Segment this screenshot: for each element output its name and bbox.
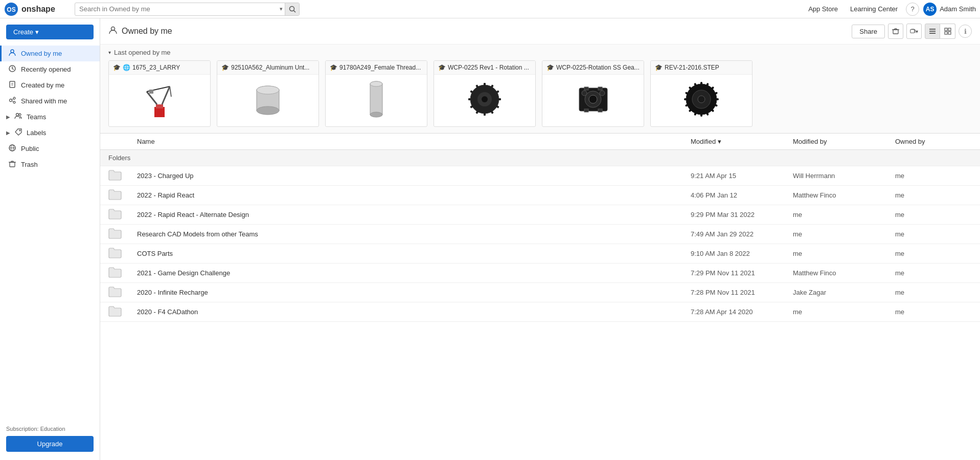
recent-card-body-4: [542, 75, 644, 124]
sidebar-label-created: Created by me: [21, 81, 64, 89]
sidebar-label-teams: Teams: [27, 113, 46, 121]
grid-view-icon: [944, 28, 951, 35]
recent-section-label: Last opened by me: [114, 49, 171, 56]
header-actions: Share ▾: [852, 24, 972, 39]
folder-modified-6: 7:28 PM Nov 11 2021: [691, 289, 793, 296]
table-row[interactable]: 2022 - Rapid React - Alternate Design 9:…: [100, 205, 980, 225]
search-bar[interactable]: ▾: [75, 3, 300, 16]
model-cylinder-icon: [247, 79, 288, 120]
user-menu[interactable]: AS Adam Smith: [923, 3, 976, 16]
table-row[interactable]: 2020 - Infinite Recharge 7:28 PM Nov 11 …: [100, 283, 980, 302]
recent-card-4[interactable]: 🎓 WCP-0225-Rotation SS Gea...: [542, 60, 644, 127]
svg-rect-60: [496, 98, 501, 100]
header-modified-col[interactable]: Modified ▾: [691, 138, 793, 145]
svg-point-53: [370, 81, 382, 86]
grid-view-button[interactable]: [940, 24, 955, 39]
svg-rect-81: [700, 82, 702, 86]
folder-modified-by-5: Matthew Finco: [793, 269, 895, 277]
recent-card-header-3: 🎓 WCP-0225 Rev1 - Rotation ...: [434, 61, 535, 75]
svg-point-56: [482, 96, 488, 102]
recent-card-name-4: WCP-0225-Rotation SS Gea...: [556, 64, 640, 71]
globe-icon: [8, 144, 17, 154]
folder-modified-by-2: me: [793, 211, 895, 218]
folder-icon-col: [108, 267, 137, 279]
recent-card-body-0: [109, 75, 210, 124]
recent-card-header-4: 🎓 WCP-0225-Rotation SS Gea...: [542, 61, 644, 75]
model-sprocket-icon: [680, 78, 723, 121]
svg-point-76: [582, 91, 587, 96]
svg-point-14: [16, 114, 19, 116]
folder-modified-by-6: Jake Zagar: [793, 289, 895, 296]
model-gearbox-icon: [572, 78, 615, 121]
svg-rect-75: [598, 109, 602, 112]
svg-rect-36: [948, 28, 951, 31]
app-store-link[interactable]: App Store: [804, 5, 842, 13]
sidebar-item-created-by-me[interactable]: Created by me: [0, 77, 100, 93]
recent-card-0[interactable]: 🎓 🌐 1675_23_LARRY: [108, 60, 211, 127]
grad-badge-5: 🎓: [655, 64, 663, 71]
recent-card-5[interactable]: 🎓 REV-21-2016.STEP: [650, 60, 753, 127]
view-toggle: [925, 24, 955, 39]
folder-modified-3: 7:49 AM Jan 29 2022: [691, 230, 793, 238]
search-submit-button[interactable]: [285, 3, 299, 15]
labels-icon: [14, 128, 22, 138]
sidebar-item-public[interactable]: Public: [0, 141, 100, 157]
recent-card-1[interactable]: 🎓 92510A562_Aluminum Unt...: [217, 60, 319, 127]
search-input[interactable]: [75, 5, 278, 13]
folder-icon-col: [108, 228, 137, 240]
svg-rect-63: [484, 111, 486, 116]
folder-icon: [108, 208, 122, 220]
folder-icon-col: [108, 208, 137, 221]
table-row[interactable]: Research CAD Models from other Teams 7:4…: [100, 225, 980, 244]
list-view-button[interactable]: [925, 24, 940, 39]
share-button[interactable]: Share: [852, 25, 885, 38]
delete-button[interactable]: [888, 24, 903, 39]
folder-owned-by-3: me: [895, 230, 972, 238]
folder-icon-col: [108, 189, 137, 202]
sidebar-item-owned-by-me[interactable]: Owned by me: [0, 46, 100, 61]
folder-icon-col: [108, 169, 137, 182]
table-row[interactable]: 2020 - F4 CADathon 7:28 AM Apr 14 2020 m…: [100, 302, 980, 322]
sidebar-item-recently-opened[interactable]: Recently opened: [0, 61, 100, 77]
teams-arrow-icon: ▶: [6, 114, 10, 120]
sidebar-group-labels[interactable]: ▶ Labels: [0, 125, 100, 141]
table-row[interactable]: 2021 - Game Design Challenge 7:29 PM Nov…: [100, 264, 980, 283]
top-navigation: OS onshape ▾ App Store Learning Center ?…: [0, 0, 980, 18]
folder-icon-col: [108, 305, 137, 318]
table-row[interactable]: 2022 - Rapid React 4:06 PM Jan 12 Matthe…: [100, 186, 980, 205]
folder-modified-1: 4:06 PM Jan 12: [691, 191, 793, 199]
folder-owned-by-5: me: [895, 269, 972, 277]
sidebar-item-trash[interactable]: Trash: [0, 157, 100, 172]
help-button[interactable]: ?: [906, 3, 919, 16]
header-owned-by-col: Owned by: [895, 138, 972, 145]
create-button[interactable]: Create ▾: [6, 25, 94, 39]
table-row[interactable]: 2023 - Charged Up 9:21 AM Apr 15 Will He…: [100, 166, 980, 186]
recent-card-2[interactable]: 🎓 91780A249_Female Thread...: [325, 60, 427, 127]
learning-center-link[interactable]: Learning Center: [846, 5, 902, 13]
svg-rect-73: [598, 87, 602, 90]
sidebar-group-teams[interactable]: ▶ Teams: [0, 109, 100, 125]
sidebar-item-shared-with-me[interactable]: Shared with me: [0, 93, 100, 109]
header-name-col[interactable]: Name: [137, 138, 691, 145]
move-button[interactable]: ▾: [906, 24, 922, 39]
table-row[interactable]: COTS Parts 9:10 AM Jan 8 2022 me me: [100, 244, 980, 264]
svg-rect-72: [584, 87, 588, 90]
search-dropdown-button[interactable]: ▾: [278, 6, 285, 12]
list-view-icon: [929, 28, 936, 35]
svg-line-12: [12, 99, 13, 100]
owned-by-me-icon: [108, 26, 118, 37]
svg-point-49: [257, 86, 279, 94]
info-button[interactable]: ℹ: [959, 25, 972, 38]
svg-point-4: [11, 50, 14, 53]
info-icon: ℹ: [964, 28, 967, 35]
table-header: Name Modified ▾ Modified by Owned by: [100, 134, 980, 150]
recent-header[interactable]: ▾ Last opened by me: [100, 45, 980, 60]
recent-card-body-5: [651, 75, 752, 124]
svg-point-52: [370, 112, 382, 117]
recent-card-3[interactable]: 🎓 WCP-0225 Rev1 - Rotation ...: [434, 60, 536, 127]
onshape-logo-icon: OS: [4, 2, 18, 16]
sidebar-label-trash: Trash: [21, 161, 38, 168]
upgrade-button[interactable]: Upgrade: [6, 436, 94, 452]
recent-collapse-icon: ▾: [108, 50, 111, 55]
svg-line-13: [12, 101, 13, 102]
